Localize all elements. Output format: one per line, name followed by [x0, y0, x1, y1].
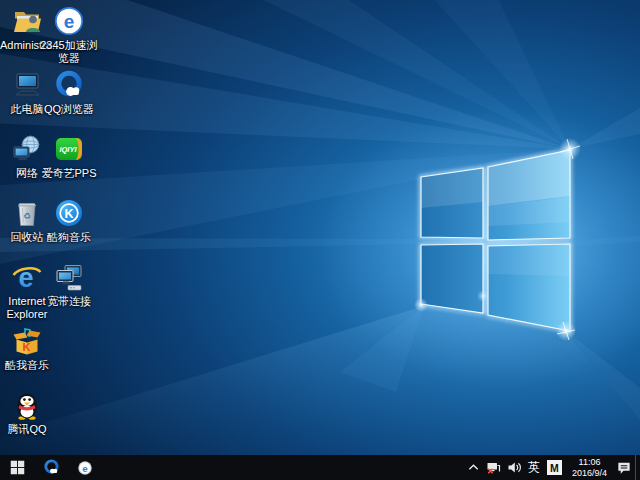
- taskbar-2345-browser-button[interactable]: e: [68, 455, 102, 480]
- chevron-up-icon: [467, 461, 480, 474]
- qq-browser-icon: [54, 70, 84, 100]
- taskbar-qq-browser-button[interactable]: [34, 455, 68, 480]
- svg-text:K: K: [64, 207, 73, 221]
- windows-start-icon: [10, 460, 25, 475]
- taskbar: e: [0, 455, 640, 480]
- network-status-button[interactable]: [483, 455, 504, 480]
- desktop-icon-kuwo-music[interactable]: K 酷我音乐: [0, 326, 54, 372]
- clock-date: 2016/9/4: [572, 468, 607, 479]
- svg-text:K: K: [23, 341, 31, 353]
- desktop-icon-iqiyi-pps[interactable]: iQIYI 爱奇艺PPS: [38, 134, 100, 180]
- svg-text:♻: ♻: [23, 211, 31, 221]
- taskbar-clock[interactable]: 11:06 2016/9/4: [566, 457, 613, 478]
- ime-mode-letter: M: [550, 462, 559, 474]
- desktop-icon-2345-browser[interactable]: e 2345加速浏览器: [38, 6, 100, 65]
- desktop-icon-label: 爱奇艺PPS: [38, 167, 100, 180]
- 2345-browser-icon: e: [54, 6, 84, 36]
- show-desktop-button[interactable]: [635, 455, 640, 480]
- svg-text:e: e: [64, 11, 75, 32]
- volume-button[interactable]: [504, 455, 525, 480]
- kugou-music-icon: K: [54, 198, 84, 228]
- kuwo-music-icon: K: [12, 326, 42, 356]
- tencent-qq-icon: [12, 390, 42, 420]
- desktop: Administra... e 2345加速浏览器 此电脑: [0, 0, 640, 480]
- action-center-icon: [616, 460, 632, 476]
- desktop-icon-broadband-connection[interactable]: 宽带连接: [38, 262, 100, 308]
- qq-browser-taskbar-icon: [43, 459, 60, 476]
- action-center-button[interactable]: [613, 455, 635, 480]
- desktop-icon-label: 酷我音乐: [0, 359, 54, 372]
- svg-text:e: e: [82, 462, 88, 473]
- broadband-connection-icon: [54, 262, 84, 292]
- desktop-icon-label: 宽带连接: [38, 295, 100, 308]
- ime-language-indicator[interactable]: 英: [525, 455, 543, 480]
- system-tray: 英 M 11:06 2016/9/4: [464, 455, 640, 480]
- network-disconnected-icon: [486, 460, 501, 475]
- desktop-icon-qq-browser[interactable]: QQ浏览器: [38, 70, 100, 116]
- svg-text:e: e: [18, 263, 33, 293]
- desktop-icon-label: QQ浏览器: [38, 103, 100, 116]
- tray-expand-button[interactable]: [464, 455, 483, 480]
- clock-time: 11:06: [572, 457, 607, 468]
- desktop-icon-label: 腾讯QQ: [0, 423, 54, 436]
- desktop-icon-kugou-music[interactable]: K 酷狗音乐: [38, 198, 100, 244]
- desktop-icon-label: 2345加速浏览器: [38, 39, 100, 65]
- start-button[interactable]: [0, 455, 34, 480]
- svg-text:iQIYI: iQIYI: [59, 145, 77, 154]
- iqiyi-pps-icon: iQIYI: [54, 134, 84, 164]
- desktop-icon-label: 酷狗音乐: [38, 231, 100, 244]
- 2345-browser-taskbar-icon: e: [77, 460, 93, 476]
- speaker-icon: [507, 460, 522, 475]
- ime-mode-badge[interactable]: M: [547, 460, 562, 475]
- desktop-icon-tencent-qq[interactable]: 腾讯QQ: [0, 390, 54, 436]
